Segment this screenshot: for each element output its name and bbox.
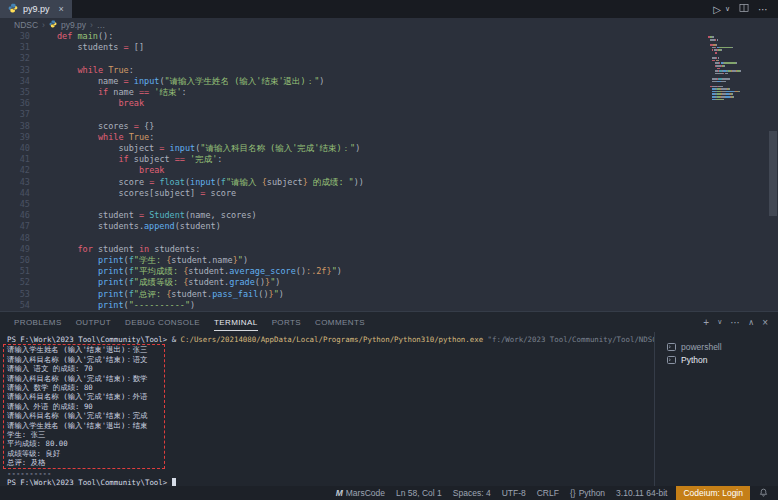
- status-notifications-bell[interactable]: [757, 486, 770, 500]
- bell-icon: [759, 488, 768, 499]
- terminal-line: 平均成绩: 80.00: [7, 439, 164, 448]
- code-line: print("----------"): [40, 300, 364, 311]
- marscode-icon: M: [336, 488, 343, 498]
- run-python-file-button[interactable]: ▷: [713, 4, 721, 15]
- terminal-line: 请输入 数学 的成绩: 80: [7, 383, 164, 392]
- terminal-icon: [667, 356, 676, 364]
- python-file-icon: [49, 20, 57, 30]
- panel-tab-debug-console[interactable]: DEBUG CONSOLE: [125, 314, 200, 331]
- panel-actions: + ∨ ⋯ ∧ ×: [703, 317, 768, 328]
- terminal-line: 请输入科目名称 (输入'完成'结束)：完成: [7, 411, 164, 420]
- line-number: 42: [0, 165, 30, 176]
- panel-more-icon[interactable]: ⋯: [730, 317, 740, 328]
- terminal-instance-label: Python: [681, 355, 707, 365]
- terminal-line: PS F:\Work\2023 Tool\Community\Tool>: [7, 478, 654, 486]
- braces-icon: {}: [570, 488, 576, 498]
- status-encoding[interactable]: UTF-8: [500, 486, 528, 500]
- line-number: 32: [0, 53, 30, 64]
- terminal-line: 请输入 外语 的成绩: 90: [7, 402, 164, 411]
- breadcrumb[interactable]: NDSC › py9.py › …: [0, 18, 778, 31]
- panel-tab-problems[interactable]: PROBLEMS: [14, 314, 62, 331]
- line-number: 34: [0, 76, 30, 87]
- terminal-instance-python[interactable]: Python: [655, 353, 778, 366]
- terminal-line: 总评: 及格: [7, 458, 164, 467]
- status-label: UTF-8: [502, 488, 526, 498]
- panel-tab-terminal[interactable]: TERMINAL: [214, 314, 258, 331]
- tab-label: py9.py: [23, 4, 50, 14]
- breadcrumb-symbol[interactable]: …: [97, 20, 106, 30]
- line-number: 46: [0, 210, 30, 221]
- minimap-line: [708, 82, 764, 84]
- terminal-instance-powershell[interactable]: powershell: [655, 340, 778, 353]
- status-codeium-login[interactable]: Codeium: Login: [676, 486, 750, 500]
- terminal-line: 学生: 张三: [7, 430, 164, 439]
- line-number: 52: [0, 277, 30, 288]
- python-file-icon: [8, 3, 18, 15]
- code-line: print(f"总评: {student.pass_fail()}"): [40, 289, 364, 300]
- terminal-line: 请输入科目名称 (输入'完成'结束)：数学: [7, 374, 164, 383]
- code-editor[interactable]: 3031323334353637383940414243444546474849…: [0, 31, 778, 311]
- code-line: students.append(student): [40, 221, 364, 232]
- chevron-right-icon: ›: [42, 20, 45, 30]
- status-label: CRLF: [537, 488, 559, 498]
- breadcrumb-folder[interactable]: NDSC: [14, 20, 38, 30]
- status-python-version[interactable]: 3.10.11 64-bit: [614, 486, 669, 500]
- code-line: [40, 199, 364, 210]
- panel-tab-comments[interactable]: COMMENTS: [315, 314, 365, 331]
- minimap-line: [708, 54, 764, 56]
- split-editor-icon[interactable]: [739, 3, 749, 15]
- line-number: 43: [0, 177, 30, 188]
- status-label: Python: [579, 488, 605, 498]
- panel-body: PS F:\Work\2023 Tool\Community\Tool> & C…: [0, 332, 778, 486]
- terminal-line: PS F:\Work\2023 Tool\Community\Tool> & C…: [7, 335, 654, 344]
- breadcrumb-file[interactable]: py9.py: [61, 20, 86, 30]
- minimap[interactable]: [708, 33, 764, 100]
- panel-tab-ports[interactable]: PORTS: [272, 314, 301, 331]
- line-number: 30: [0, 31, 30, 42]
- terminal-output[interactable]: PS F:\Work\2023 Tool\Community\Tool> & C…: [0, 332, 654, 486]
- code-line: while True:: [40, 132, 364, 143]
- close-panel-icon[interactable]: ×: [762, 317, 768, 328]
- status-label: Codeium: Login: [683, 488, 743, 498]
- code-line: [40, 109, 364, 120]
- code-line: if subject == '完成':: [40, 154, 364, 165]
- code-line: name = input("请输入学生姓名 (输入'结束'退出)："): [40, 76, 364, 87]
- status-label: MarsCode: [346, 488, 385, 498]
- scrollbar-thumb[interactable]: [769, 131, 777, 216]
- terminal-line: 请输入科目名称 (输入'完成'结束)：语文: [7, 355, 164, 364]
- panel-tabs: PROBLEMSOUTPUTDEBUG CONSOLETERMINALPORTS…: [14, 314, 365, 331]
- line-number: 47: [0, 221, 30, 232]
- bottom-panel: PROBLEMSOUTPUTDEBUG CONSOLETERMINALPORTS…: [0, 311, 778, 486]
- tab-py9py[interactable]: py9.py ×: [0, 0, 72, 18]
- line-number: 36: [0, 98, 30, 109]
- status-indentation[interactable]: Spaces: 4: [451, 486, 493, 500]
- maximize-panel-icon[interactable]: ∧: [748, 318, 754, 327]
- terminal-profile-dropdown-icon[interactable]: ∨: [717, 318, 722, 326]
- terminal-line: 请输入科目名称 (输入'完成'结束)：外语: [7, 392, 164, 401]
- run-dropdown-icon[interactable]: ∨: [725, 5, 730, 13]
- code-line: break: [40, 165, 364, 176]
- code-content[interactable]: def main(): students = [] while True: na…: [40, 31, 364, 311]
- line-number: 37: [0, 109, 30, 120]
- status-language-mode[interactable]: {}Python: [568, 486, 607, 500]
- status-eol[interactable]: CRLF: [535, 486, 561, 500]
- terminal-instance-label: powershell: [681, 342, 722, 352]
- editor-scrollbar[interactable]: [768, 31, 778, 311]
- line-number: 53: [0, 289, 30, 300]
- line-number: 33: [0, 65, 30, 76]
- tab-close-icon[interactable]: ×: [59, 4, 64, 14]
- code-line: [40, 233, 364, 244]
- code-line: scores = {}: [40, 121, 364, 132]
- status-label: Ln 58, Col 1: [396, 488, 442, 498]
- status-cursor-position[interactable]: Ln 58, Col 1: [394, 486, 444, 500]
- line-number: 41: [0, 154, 30, 165]
- new-terminal-icon[interactable]: +: [703, 317, 709, 328]
- code-line: print(f"成绩等级: {student.grade()}"): [40, 277, 364, 288]
- terminal-line: 请输入学生姓名 (输入'结束'退出)：结束: [7, 421, 164, 430]
- code-line: scores[subject] = score: [40, 188, 364, 199]
- terminal-cursor: [172, 478, 177, 486]
- panel-tab-output[interactable]: OUTPUT: [76, 314, 111, 331]
- status-marscode[interactable]: MMarsCode: [334, 486, 387, 500]
- line-number: 44: [0, 188, 30, 199]
- more-actions-icon[interactable]: ⋯: [758, 4, 768, 15]
